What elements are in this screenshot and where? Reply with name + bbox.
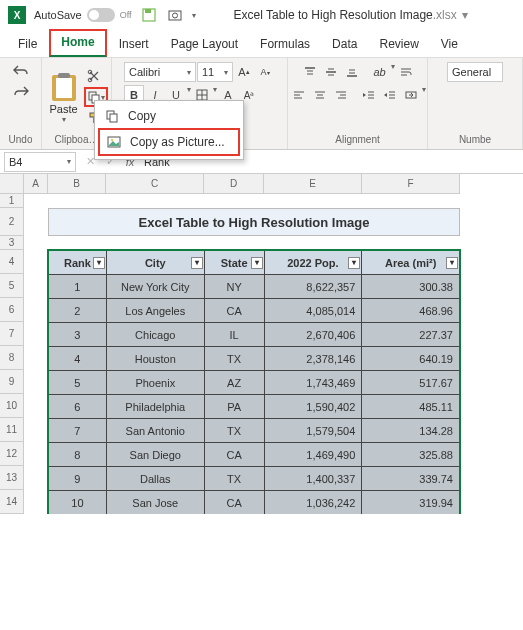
tab-data[interactable]: Data [322, 33, 367, 57]
align-middle-button[interactable] [321, 62, 341, 82]
table-cell[interactable]: 485.11 [362, 395, 460, 419]
column-header-B[interactable]: B [48, 174, 106, 194]
row-header[interactable]: 9 [0, 370, 24, 394]
row-header[interactable]: 3 [0, 236, 24, 250]
table-title[interactable]: Excel Table to High Resolution Image [48, 208, 460, 236]
row-header[interactable]: 6 [0, 298, 24, 322]
row-header[interactable]: 12 [0, 442, 24, 466]
table-cell[interactable]: PA [204, 395, 264, 419]
save-icon[interactable] [140, 6, 158, 24]
row-header[interactable]: 14 [0, 490, 24, 514]
filter-dropdown-icon[interactable]: ▾ [251, 257, 263, 269]
table-cell[interactable]: 4,085,014 [264, 299, 362, 323]
table-cell[interactable]: 339.74 [362, 467, 460, 491]
table-cell[interactable]: 3 [49, 323, 107, 347]
table-cell[interactable]: 1,469,490 [264, 443, 362, 467]
undo-button[interactable] [11, 60, 31, 80]
table-header[interactable]: Area (mi²)▾ [362, 251, 460, 275]
table-cell[interactable]: San Jose [106, 491, 204, 515]
chevron-down-icon[interactable]: ▾ [391, 62, 395, 82]
tab-view[interactable]: Vie [431, 33, 468, 57]
align-right-button[interactable] [331, 85, 351, 105]
align-center-button[interactable] [310, 85, 330, 105]
tab-page-layout[interactable]: Page Layout [161, 33, 248, 57]
table-header[interactable]: 2022 Pop.▾ [264, 251, 362, 275]
font-size-select[interactable]: 11▾ [197, 62, 233, 82]
table-cell[interactable]: 8 [49, 443, 107, 467]
table-cell[interactable]: 134.28 [362, 419, 460, 443]
table-cell[interactable]: San Diego [106, 443, 204, 467]
filter-dropdown-icon[interactable]: ▾ [446, 257, 458, 269]
row-header[interactable]: 1 [0, 194, 24, 208]
table-cell[interactable]: 8,622,357 [264, 275, 362, 299]
increase-indent-button[interactable] [380, 85, 400, 105]
table-cell[interactable]: Chicago [106, 323, 204, 347]
table-cell[interactable]: Houston [106, 347, 204, 371]
table-cell[interactable]: NY [204, 275, 264, 299]
table-cell[interactable]: TX [204, 467, 264, 491]
menu-item-copy-as-picture[interactable]: Copy as Picture... [98, 128, 240, 156]
autosave-toggle[interactable]: AutoSave Off [34, 8, 132, 22]
orientation-button[interactable]: ab [370, 62, 390, 82]
table-cell[interactable]: 2 [49, 299, 107, 323]
table-cell[interactable]: CA [204, 491, 264, 515]
column-header-E[interactable]: E [264, 174, 362, 194]
align-top-button[interactable] [300, 62, 320, 82]
table-cell[interactable]: Phoenix [106, 371, 204, 395]
chevron-down-icon[interactable]: ▾ [422, 85, 426, 105]
row-header[interactable]: 5 [0, 274, 24, 298]
table-cell[interactable]: Los Angeles [106, 299, 204, 323]
wrap-text-button[interactable] [396, 62, 416, 82]
table-cell[interactable]: 2,670,406 [264, 323, 362, 347]
redo-button[interactable] [11, 81, 31, 101]
file-name[interactable]: Excel Table to High Resolution Image.xls… [234, 8, 469, 22]
table-cell[interactable]: CA [204, 443, 264, 467]
menu-item-copy[interactable]: Copy [98, 104, 240, 128]
table-cell[interactable]: 319.94 [362, 491, 460, 515]
filter-dropdown-icon[interactable]: ▾ [348, 257, 360, 269]
increase-font-button[interactable]: A▴ [234, 62, 254, 82]
tab-review[interactable]: Review [369, 33, 428, 57]
table-header[interactable]: Rank▾ [49, 251, 107, 275]
decrease-indent-button[interactable] [359, 85, 379, 105]
table-header[interactable]: City▾ [106, 251, 204, 275]
table-cell[interactable]: 10 [49, 491, 107, 515]
row-header[interactable]: 11 [0, 418, 24, 442]
row-header[interactable]: 13 [0, 466, 24, 490]
font-name-select[interactable]: Calibri▾ [124, 62, 196, 82]
table-cell[interactable]: AZ [204, 371, 264, 395]
qat-dropdown-icon[interactable]: ▾ [192, 11, 196, 20]
row-header[interactable]: 7 [0, 322, 24, 346]
select-all-corner[interactable] [0, 174, 24, 194]
paste-button[interactable]: Paste ▾ [46, 71, 82, 124]
name-box[interactable]: B4▾ [4, 152, 76, 172]
decrease-font-button[interactable]: A▾ [255, 62, 275, 82]
table-cell[interactable]: 5 [49, 371, 107, 395]
toggle-switch-icon[interactable] [87, 8, 115, 22]
table-cell[interactable]: TX [204, 347, 264, 371]
column-header-A[interactable]: A [24, 174, 48, 194]
table-cell[interactable]: 4 [49, 347, 107, 371]
table-cell[interactable]: 1,036,242 [264, 491, 362, 515]
align-bottom-button[interactable] [342, 62, 362, 82]
table-cell[interactable]: 300.38 [362, 275, 460, 299]
table-cell[interactable]: 1,579,504 [264, 419, 362, 443]
row-header[interactable]: 2 [0, 208, 24, 236]
table-cell[interactable]: 6 [49, 395, 107, 419]
table-cell[interactable]: 517.67 [362, 371, 460, 395]
merge-button[interactable] [401, 85, 421, 105]
table-cell[interactable]: 227.37 [362, 323, 460, 347]
table-cell[interactable]: San Antonio [106, 419, 204, 443]
table-cell[interactable]: 325.88 [362, 443, 460, 467]
camera-icon[interactable] [166, 6, 184, 24]
table-cell[interactable]: CA [204, 299, 264, 323]
tab-insert[interactable]: Insert [109, 33, 159, 57]
table-cell[interactable]: Philadelphia [106, 395, 204, 419]
row-header[interactable]: 10 [0, 394, 24, 418]
row-header[interactable]: 8 [0, 346, 24, 370]
table-header[interactable]: State▾ [204, 251, 264, 275]
filter-dropdown-icon[interactable]: ▾ [191, 257, 203, 269]
table-cell[interactable]: 1,400,337 [264, 467, 362, 491]
column-header-C[interactable]: C [106, 174, 204, 194]
tab-formulas[interactable]: Formulas [250, 33, 320, 57]
